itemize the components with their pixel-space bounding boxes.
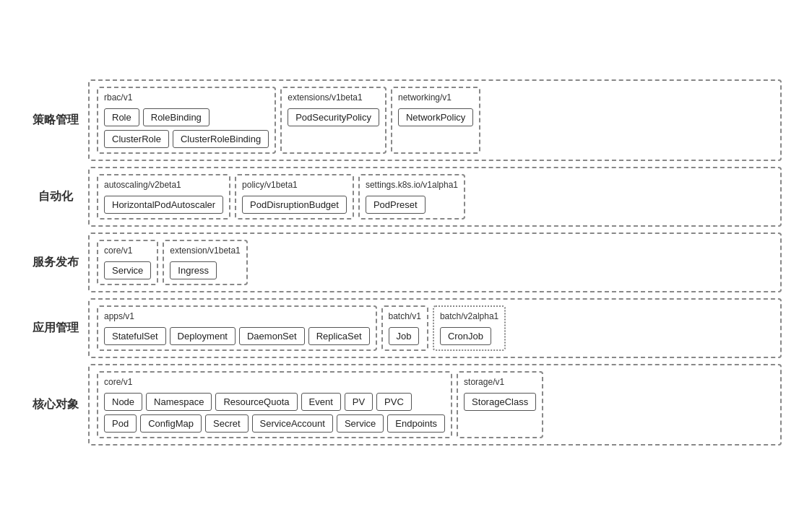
resource-ingress: Ingress [170,261,217,279]
resource-job: Job [389,327,420,345]
row-label-2: 服务发布 [30,255,81,270]
row-label-3: 应用管理 [30,321,81,336]
api-group-4-1: storage/v1StorageClass [457,371,543,438]
api-label-4-1: storage/v1 [464,377,536,387]
row-0: 策略管理rbac/v1RoleRoleBindingClusterRoleClu… [30,79,782,161]
resource-service: Service [337,414,384,433]
resource-configmap: ConfigMap [140,414,202,433]
api-group-2-0: core/v1Service [97,240,158,285]
resource-daemonset: DaemonSet [239,327,305,345]
api-label-1-1: policy/v1beta1 [242,180,347,190]
resource-rolebinding: RoleBinding [143,108,210,126]
api-group-2-1: extension/v1beta1Ingress [163,240,247,285]
resource-statefulset: StatefulSet [104,327,166,345]
api-label-4-0: core/v1 [104,377,445,387]
api-group-1-1: policy/v1beta1PodDisruptionBudget [235,174,354,220]
api-group-4-0: core/v1NodeNamespaceResourceQuotaEventPV… [97,371,452,438]
api-group-0-0: rbac/v1RoleRoleBindingClusterRoleCluster… [97,87,276,154]
api-group-1-0: autoscaling/v2beta1HorizontalPodAutoscal… [97,174,230,220]
resource-secret: Secret [205,414,249,433]
row-label-4: 核心对象 [30,397,81,412]
resource-clusterrolebinding: ClusterRoleBinding [173,130,269,148]
api-group-0-1: extensions/v1beta1PodSecurityPolicy [280,87,386,154]
resource-podsecuritypolicy: PodSecurityPolicy [288,108,379,126]
resource-podpreset: PodPreset [366,196,426,214]
resource-role: Role [104,108,139,126]
row-content-2: core/v1Serviceextension/v1beta1Ingress [88,233,782,292]
resource-endpoints: Endpoints [387,414,445,433]
resource-replicaset: ReplicaSet [308,327,370,345]
diagram: 策略管理rbac/v1RoleRoleBindingClusterRoleClu… [23,72,789,459]
resource-resourcequota: ResourceQuota [215,393,297,411]
api-group-1-2: settings.k8s.io/v1alpha1PodPreset [358,174,465,220]
api-label-3-2: batch/v2alpha1 [440,311,498,321]
row-content-3: apps/v1StatefulSetDeploymentDaemonSetRep… [88,298,782,358]
resource-deployment: Deployment [170,327,236,345]
api-label-0-1: extensions/v1beta1 [288,92,379,103]
resource-pv: PV [345,393,373,411]
row-3: 应用管理apps/v1StatefulSetDeploymentDaemonSe… [30,298,782,358]
resource-horizontalpodautoscaler: HorizontalPodAutoscaler [104,196,223,214]
row-content-0: rbac/v1RoleRoleBindingClusterRoleCluster… [88,79,782,161]
api-group-3-0: apps/v1StatefulSetDeploymentDaemonSetRep… [97,305,377,351]
resource-storageclass: StorageClass [464,393,536,411]
resource-pod: Pod [104,414,137,433]
row-content-1: autoscaling/v2beta1HorizontalPodAutoscal… [88,167,782,227]
resource-node: Node [104,393,142,411]
row-2: 服务发布core/v1Serviceextension/v1beta1Ingre… [30,233,782,292]
resource-serviceaccount: ServiceAccount [252,414,333,433]
resource-event: Event [301,393,341,411]
row-1: 自动化autoscaling/v2beta1HorizontalPodAutos… [30,167,782,227]
api-group-3-2: batch/v2alpha1CronJob [433,305,506,351]
api-label-1-0: autoscaling/v2beta1 [104,180,223,190]
resource-networkpolicy: NetworkPolicy [398,108,473,126]
api-label-1-2: settings.k8s.io/v1alpha1 [366,180,458,190]
row-4: 核心对象core/v1NodeNamespaceResourceQuotaEve… [30,364,782,446]
api-label-3-1: batch/v1 [389,311,421,321]
resource-cronjob: CronJob [440,327,491,345]
api-label-2-1: extension/v1beta1 [170,246,240,256]
api-group-3-1: batch/v1Job [381,305,428,351]
api-label-3-0: apps/v1 [104,311,370,321]
resource-pvc: PVC [376,393,412,411]
api-label-0-2: networking/v1 [398,92,473,103]
resource-clusterrole: ClusterRole [104,130,169,148]
api-group-0-2: networking/v1NetworkPolicy [391,87,480,154]
row-content-4: core/v1NodeNamespaceResourceQuotaEventPV… [88,364,782,446]
resource-service: Service [104,261,151,279]
row-label-0: 策略管理 [30,113,81,128]
resource-poddisruptionbudget: PodDisruptionBudget [242,196,347,214]
resource-namespace: Namespace [146,393,212,411]
row-label-1: 自动化 [30,189,81,204]
api-label-2-0: core/v1 [104,246,151,256]
api-label-0-0: rbac/v1 [104,92,269,103]
